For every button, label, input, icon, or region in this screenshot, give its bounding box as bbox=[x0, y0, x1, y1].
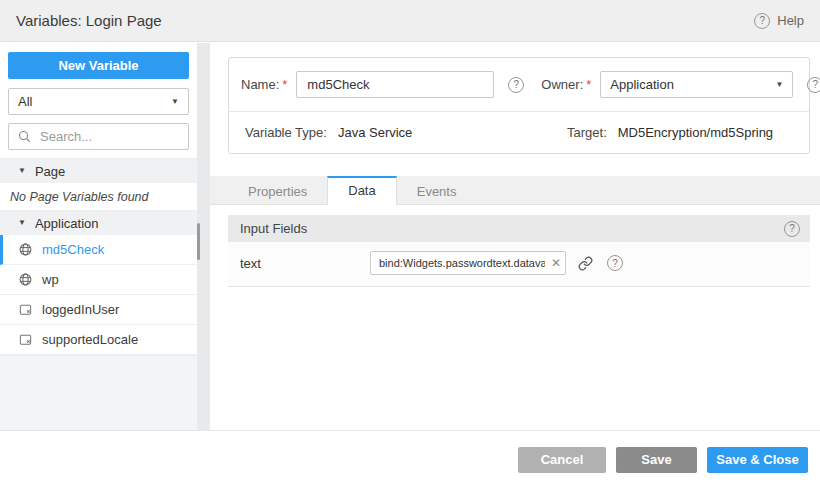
save-close-button[interactable]: Save & Close bbox=[707, 447, 808, 473]
owner-select-value: Application bbox=[610, 77, 674, 92]
bind-expression-input[interactable] bbox=[370, 251, 566, 275]
main-panel: Name:* ? Owner:* Application ▼ ? Variabl… bbox=[210, 43, 820, 430]
variable-summary-box: Name:* ? Owner:* Application ▼ ? Variabl… bbox=[228, 57, 810, 154]
java-service-icon bbox=[18, 242, 33, 257]
tab-data[interactable]: Data bbox=[327, 176, 396, 205]
variable-item-label: md5Check bbox=[42, 242, 104, 257]
input-fields-header: Input Fields ? bbox=[228, 215, 810, 242]
tab-bar: Properties Data Events bbox=[210, 176, 820, 205]
dialog-titlebar: Variables: Login Page ? Help bbox=[0, 0, 820, 42]
static-variable-icon bbox=[18, 302, 33, 317]
page-title: Variables: Login Page bbox=[16, 12, 162, 29]
search-box[interactable] bbox=[8, 123, 189, 150]
required-marker: * bbox=[586, 77, 591, 92]
variable-item-loggedinuser[interactable]: loggedInUser bbox=[0, 295, 197, 325]
variable-item-md5check[interactable]: md5Check bbox=[0, 235, 197, 265]
name-help-icon[interactable]: ? bbox=[508, 77, 524, 93]
dialog-footer: Cancel Save Save & Close bbox=[0, 430, 820, 488]
name-input[interactable] bbox=[296, 71, 494, 98]
sidebar: New Variable All ▼ ▼ Page No Page Variab… bbox=[0, 43, 197, 430]
variable-type-value: Java Service bbox=[338, 125, 412, 140]
cancel-button[interactable]: Cancel bbox=[518, 447, 606, 473]
clear-icon[interactable]: ✕ bbox=[551, 257, 561, 269]
owner-label: Owner:* bbox=[541, 77, 591, 92]
name-owner-row: Name:* ? Owner:* Application ▼ ? bbox=[229, 58, 809, 111]
tree-group-application[interactable]: ▼ Application bbox=[0, 210, 197, 235]
variables-dialog: Variables: Login Page ? Help New Variabl… bbox=[0, 0, 820, 488]
variable-item-supportedlocale[interactable]: supportedLocale bbox=[0, 325, 197, 355]
save-button[interactable]: Save bbox=[616, 447, 697, 473]
section-help-icon[interactable]: ? bbox=[784, 221, 800, 237]
sidebar-divider bbox=[197, 43, 210, 430]
input-fields-body: text ✕ ? bbox=[228, 242, 810, 287]
field-name: text bbox=[240, 256, 370, 271]
variable-filter-select[interactable]: All ▼ bbox=[8, 88, 189, 115]
input-fields-section: Input Fields ? text ✕ ? bbox=[228, 215, 810, 287]
section-title: Input Fields bbox=[240, 221, 307, 236]
java-service-icon bbox=[18, 272, 33, 287]
tree-group-page[interactable]: ▼ Page bbox=[0, 158, 197, 183]
variable-item-label: supportedLocale bbox=[42, 332, 138, 347]
help-label: Help bbox=[777, 13, 804, 28]
search-icon bbox=[17, 129, 32, 144]
name-label: Name:* bbox=[241, 77, 287, 92]
bind-link-icon[interactable] bbox=[578, 256, 593, 271]
variable-type-label: Variable Type: bbox=[245, 125, 327, 140]
variable-item-label: wp bbox=[42, 272, 59, 287]
chevron-down-icon: ▼ bbox=[171, 98, 179, 106]
target-label: Target: bbox=[567, 125, 607, 140]
bind-expression-input-wrap: ✕ bbox=[370, 251, 566, 275]
sidebar-scrollbar[interactable] bbox=[197, 223, 200, 260]
target-value: MD5Encryption/md5Spring bbox=[618, 125, 773, 140]
type-target-row: Variable Type: Java Service Target: MD5E… bbox=[229, 112, 809, 153]
variables-tree: ▼ Page No Page Variables found ▼ Applica… bbox=[0, 158, 197, 355]
tree-group-label: Page bbox=[35, 164, 65, 179]
new-variable-button[interactable]: New Variable bbox=[8, 52, 189, 79]
collapse-arrow-icon: ▼ bbox=[18, 219, 26, 227]
search-input[interactable] bbox=[38, 128, 180, 145]
owner-select[interactable]: Application ▼ bbox=[600, 71, 793, 98]
collapse-arrow-icon: ▼ bbox=[18, 167, 26, 175]
help-button[interactable]: ? Help bbox=[754, 13, 804, 29]
variable-item-label: loggedInUser bbox=[42, 302, 119, 317]
help-icon: ? bbox=[754, 13, 770, 29]
variable-item-wp[interactable]: wp bbox=[0, 265, 197, 295]
static-variable-icon bbox=[18, 332, 33, 347]
tab-properties[interactable]: Properties bbox=[228, 176, 327, 204]
field-help-icon[interactable]: ? bbox=[607, 255, 623, 271]
variable-filter-value: All bbox=[18, 94, 32, 109]
required-marker: * bbox=[282, 77, 287, 92]
tree-group-label: Application bbox=[35, 216, 99, 231]
input-field-row: text ✕ ? bbox=[240, 251, 798, 275]
tab-events[interactable]: Events bbox=[397, 176, 477, 204]
owner-help-icon[interactable]: ? bbox=[807, 77, 820, 93]
chevron-down-icon: ▼ bbox=[775, 81, 783, 89]
page-empty-note: No Page Variables found bbox=[0, 183, 197, 210]
sidebar-empty-area bbox=[0, 355, 197, 430]
